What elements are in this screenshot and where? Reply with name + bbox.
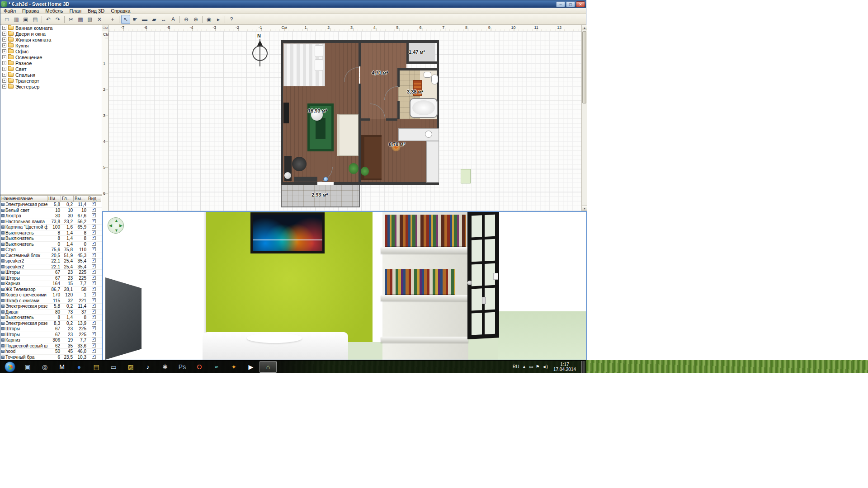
table-row[interactable]: Карниз164157,7 xyxy=(0,281,102,287)
tree-category-9[interactable]: +Спальня xyxy=(0,72,102,78)
visible-checkbox[interactable] xyxy=(92,208,96,212)
table-row[interactable]: Диван807337 xyxy=(0,310,102,315)
visible-checkbox[interactable] xyxy=(92,230,96,235)
wall-hall-bottom-b[interactable] xyxy=(386,118,397,121)
runner-app-icon[interactable]: ✦ xyxy=(225,361,242,373)
column-header-2[interactable]: Ши... xyxy=(47,196,61,202)
start-button[interactable] xyxy=(5,361,15,372)
tree-category-3[interactable]: +Жилая комната xyxy=(0,37,102,42)
plan-sideboard[interactable] xyxy=(294,177,317,182)
select-tool-button[interactable]: ↖ xyxy=(121,15,130,24)
volume-icon[interactable]: ◄) xyxy=(542,364,548,369)
visible-checkbox[interactable] xyxy=(92,247,96,251)
waves-app-icon[interactable]: ≈ xyxy=(208,361,225,373)
menu-item-3[interactable]: Мебель xyxy=(42,8,66,14)
wall-bathroom-top[interactable] xyxy=(397,68,439,70)
sweet-home-3d-taskbar-icon[interactable]: ⌂ xyxy=(259,361,277,373)
table-row[interactable]: Картина "Цветной фон...1001,665,9 xyxy=(0,225,102,230)
table-row[interactable]: Шторы6723225 xyxy=(0,270,102,276)
plan-kitchen-counter-right[interactable] xyxy=(426,141,439,183)
zoom-out-button[interactable]: ⊖ xyxy=(182,15,191,24)
delete-button[interactable]: ✕ xyxy=(95,15,104,24)
table-row[interactable]: Электрическая розетк...5,80,211,4 xyxy=(0,304,102,310)
navigation-pad[interactable]: ▲ ▼ ◀ ▶ xyxy=(108,217,124,234)
tree-expander-icon[interactable]: + xyxy=(2,43,6,47)
table-row[interactable]: Подвесной серый шка...623533,6 xyxy=(0,343,102,349)
visible-checkbox[interactable] xyxy=(92,326,96,330)
view-3d[interactable]: ▲ ▼ ◀ ▶ xyxy=(102,211,587,361)
tree-expander-icon[interactable]: + xyxy=(2,38,6,42)
plan-2d-view[interactable]: N xyxy=(108,31,581,211)
tree-expander-icon[interactable]: + xyxy=(2,73,6,77)
tree-category-8[interactable]: +Свет xyxy=(0,66,102,72)
add-furniture-button[interactable]: + xyxy=(108,15,117,24)
visible-checkbox[interactable] xyxy=(92,258,96,263)
undo-button[interactable]: ↶ xyxy=(44,15,53,24)
table-row[interactable]: Системный блок20,551,945,3 xyxy=(0,253,102,259)
tree-expander-icon[interactable]: + xyxy=(2,32,6,36)
column-header-3[interactable]: Гл... xyxy=(61,196,74,202)
visible-checkbox[interactable] xyxy=(92,236,96,240)
plan-office-chair[interactable] xyxy=(292,157,307,171)
zoom-in-button[interactable]: ⊕ xyxy=(191,15,200,24)
table-row[interactable]: speaker222,125,435,4 xyxy=(0,258,102,264)
menu-item-4[interactable]: План xyxy=(66,8,85,14)
visible-checkbox[interactable] xyxy=(92,264,96,268)
scroll-up-arrow[interactable]: ▲ xyxy=(582,25,587,30)
photo-button[interactable]: ◉ xyxy=(204,15,213,24)
visible-checkbox[interactable] xyxy=(92,315,96,319)
save-plan-button[interactable]: ▣ xyxy=(21,15,30,24)
table-row[interactable]: Выключатель01,40 xyxy=(0,242,102,248)
column-header-1[interactable]: Наименование xyxy=(0,196,47,202)
tree-category-7[interactable]: +Разное xyxy=(0,60,102,66)
tv-3d[interactable] xyxy=(105,277,142,360)
compass-icon[interactable]: N xyxy=(248,36,272,68)
table-row[interactable]: Выключатель81,48 xyxy=(0,315,102,321)
visible-checkbox[interactable] xyxy=(92,321,96,325)
visible-checkbox[interactable] xyxy=(92,304,96,308)
plan-floor-lamp[interactable] xyxy=(284,172,291,179)
visible-checkbox[interactable] xyxy=(92,253,96,257)
tree-category-10[interactable]: +Транспорт xyxy=(0,78,102,84)
wall-picture[interactable] xyxy=(250,212,325,253)
photoshop-icon[interactable]: Ps xyxy=(174,361,191,373)
tree-expander-icon[interactable]: + xyxy=(2,26,6,30)
display-tray-icon[interactable]: ▭ xyxy=(529,364,533,369)
table-row[interactable]: Выключатель81,48 xyxy=(0,236,102,242)
tree-expander-icon[interactable]: + xyxy=(2,61,6,65)
clock[interactable]: 1:17 17.04.2014 xyxy=(551,362,579,372)
show-desktop-button[interactable] xyxy=(581,361,585,373)
tree-category-2[interactable]: +Двери и окна xyxy=(0,31,102,37)
opera-icon[interactable]: O xyxy=(191,361,208,373)
visible-checkbox[interactable] xyxy=(92,213,96,217)
table-row[interactable]: Стул75,675,8110 xyxy=(0,247,102,253)
table-row[interactable]: Электрическая розетк...5,80,211,4 xyxy=(0,202,102,208)
visible-checkbox[interactable] xyxy=(92,202,96,206)
plan-kitchen-counter-top[interactable] xyxy=(398,128,439,141)
bed-3d[interactable] xyxy=(203,332,348,360)
table-row[interactable]: Белый свет101010 xyxy=(0,208,102,214)
visible-checkbox[interactable] xyxy=(92,270,96,274)
help-button[interactable]: ? xyxy=(227,15,236,24)
table-row[interactable]: Электрическая розетк...8,30,213,9 xyxy=(0,321,102,327)
new-plan-button[interactable]: □ xyxy=(2,15,11,24)
menu-item-6[interactable]: Справка xyxy=(108,8,133,14)
visible-checkbox[interactable] xyxy=(92,287,96,291)
table-row[interactable]: hood504546,0 xyxy=(0,349,102,355)
scroll-down-arrow[interactable]: ▼ xyxy=(582,206,587,211)
scrollbar-thumb[interactable] xyxy=(582,31,586,103)
wall-storage-bottom[interactable] xyxy=(406,61,439,64)
chrome-browser-icon[interactable]: ◎ xyxy=(36,361,53,373)
wall-hall-bottom-a[interactable] xyxy=(360,118,370,121)
tree-expander-icon[interactable]: + xyxy=(2,49,6,53)
table-row[interactable]: Шторы6723225 xyxy=(0,276,102,282)
computer-icon[interactable]: ▭ xyxy=(105,361,122,373)
wall-bathroom-left-b[interactable] xyxy=(397,101,400,119)
plan-toilet[interactable] xyxy=(431,75,438,84)
wall-middle-upper[interactable] xyxy=(359,40,361,66)
plan-plant-1[interactable] xyxy=(349,163,359,174)
table-row[interactable]: Выключатель81,48 xyxy=(0,230,102,236)
visible-checkbox[interactable] xyxy=(92,310,96,314)
blue-sphere-app-icon[interactable]: ● xyxy=(71,361,88,373)
visible-checkbox[interactable] xyxy=(92,332,96,336)
